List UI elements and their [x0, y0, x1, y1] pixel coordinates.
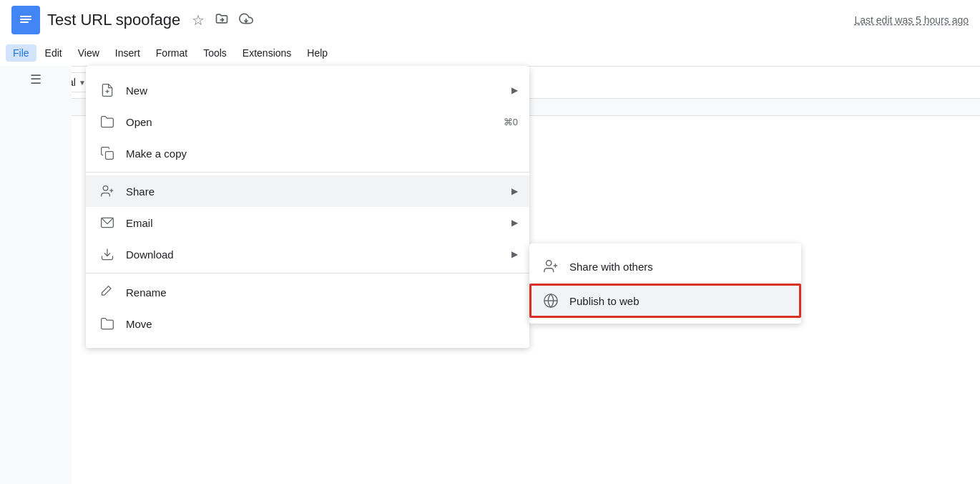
share-icon [97, 181, 117, 201]
last-edit-text[interactable]: Last edit was 5 hours ago [854, 14, 969, 26]
menu-tools[interactable]: Tools [196, 44, 234, 62]
file-menu-section-3: Rename Move [86, 274, 529, 342]
menu-file[interactable]: File [6, 44, 36, 62]
menu-edit[interactable]: Edit [38, 44, 69, 62]
svg-point-13 [547, 261, 552, 266]
download-arrow: ▶ [511, 249, 518, 259]
docs-logo [11, 6, 40, 34]
share-submenu: Share with others Publish to web [529, 243, 801, 324]
file-menu-move[interactable]: Move [86, 308, 529, 339]
file-menu-open[interactable]: Open ⌘0 [86, 106, 529, 137]
title-icons: ☆ [192, 11, 253, 29]
left-panel: ☰ [0, 66, 72, 484]
svg-rect-2 [20, 19, 31, 20]
new-arrow: ▶ [511, 85, 518, 95]
rename-label: Rename [126, 286, 518, 299]
menu-insert[interactable]: Insert [108, 44, 147, 62]
menu-format[interactable]: Format [149, 44, 195, 62]
email-label: Email [126, 217, 506, 229]
svg-rect-6 [106, 152, 114, 160]
share-with-others-item[interactable]: Share with others [529, 249, 801, 284]
file-menu-section-2: Share ▶ Email ▶ [86, 173, 529, 274]
svg-point-7 [103, 186, 108, 191]
publish-to-web-item[interactable]: Publish to web [529, 284, 801, 318]
svg-marker-12 [102, 286, 112, 296]
file-dropdown-menu: New ▶ Open ⌘0 Make a [86, 66, 529, 348]
open-label: Open [126, 116, 504, 128]
star-icon[interactable]: ☆ [192, 11, 205, 29]
document-title: Test URL spoofage [47, 11, 180, 29]
menu-extensions[interactable]: Extensions [235, 44, 298, 62]
email-icon [97, 213, 117, 233]
new-label: New [126, 84, 506, 97]
menu-bar: File Edit View Insert Format Tools Exten… [0, 40, 980, 66]
svg-rect-3 [20, 21, 29, 23]
svg-rect-1 [20, 16, 31, 17]
file-menu-copy[interactable]: Make a copy [86, 137, 529, 169]
new-doc-icon [97, 80, 117, 100]
copy-icon [97, 143, 117, 163]
download-icon [97, 244, 117, 264]
document-area: ☰ New ▶ [0, 66, 980, 484]
move-icon [97, 314, 117, 334]
file-menu-email[interactable]: Email ▶ [86, 207, 529, 238]
title-bar: Test URL spoofage ☆ Last edit was 5 hour… [0, 0, 980, 40]
share-arrow: ▶ [511, 186, 518, 196]
file-menu-section-1: New ▶ Open ⌘0 Make a [86, 72, 529, 173]
menu-view[interactable]: View [71, 44, 107, 62]
outline-icon[interactable]: ☰ [30, 72, 41, 87]
open-shortcut: ⌘0 [504, 117, 518, 127]
file-menu-rename[interactable]: Rename [86, 276, 529, 308]
menu-help[interactable]: Help [300, 44, 335, 62]
move-label: Move [126, 318, 518, 330]
download-label: Download [126, 248, 506, 261]
rename-icon [97, 282, 117, 302]
folder-move-icon[interactable] [215, 11, 229, 29]
copy-label: Make a copy [126, 147, 518, 160]
globe-icon [541, 291, 561, 311]
share-people-icon [541, 256, 561, 276]
file-menu-share[interactable]: Share ▶ [86, 175, 529, 207]
file-menu-new[interactable]: New ▶ [86, 74, 529, 106]
publish-to-web-label: Publish to web [569, 295, 640, 307]
cloud-icon[interactable] [239, 11, 253, 29]
file-menu-download[interactable]: Download ▶ [86, 238, 529, 270]
share-with-others-label: Share with others [569, 261, 653, 273]
open-icon [97, 112, 117, 132]
email-arrow: ▶ [511, 218, 518, 228]
share-label: Share [126, 185, 506, 198]
